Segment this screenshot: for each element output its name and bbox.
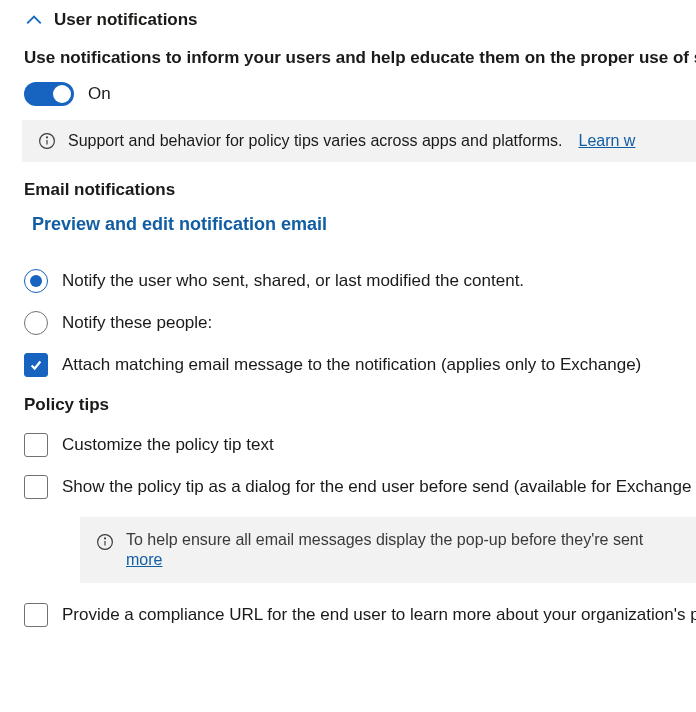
learn-more-link[interactable]: Learn w — [578, 132, 635, 150]
attach-message-label: Attach matching email message to the not… — [62, 355, 641, 375]
section-title: User notifications — [54, 10, 198, 30]
show-dialog-checkbox[interactable] — [24, 475, 48, 499]
svg-point-2 — [47, 137, 48, 138]
notify-sender-radio[interactable] — [24, 269, 48, 293]
compliance-url-checkbox[interactable] — [24, 603, 48, 627]
customize-tip-label: Customize the policy tip text — [62, 435, 274, 455]
email-notifications-heading: Email notifications — [24, 180, 696, 200]
preview-edit-link[interactable]: Preview and edit notification email — [32, 214, 327, 235]
dialog-info-learn-more-link[interactable]: more — [126, 551, 162, 569]
notify-people-radio[interactable] — [24, 311, 48, 335]
section-subtitle: Use notifications to inform your users a… — [24, 48, 696, 68]
policy-tips-heading: Policy tips — [24, 395, 696, 415]
dialog-info-bar: To help ensure all email messages displa… — [80, 517, 696, 583]
section-header[interactable]: User notifications — [24, 10, 696, 30]
notifications-toggle[interactable] — [24, 82, 74, 106]
policy-tips-info-bar: Support and behavior for policy tips var… — [22, 120, 696, 162]
customize-tip-checkbox[interactable] — [24, 433, 48, 457]
info-icon — [38, 132, 56, 150]
dialog-info-text: To help ensure all email messages displa… — [126, 531, 643, 549]
info-icon — [96, 533, 114, 551]
info-text: Support and behavior for policy tips var… — [68, 132, 562, 150]
notify-people-label: Notify these people: — [62, 313, 212, 333]
chevron-up-icon — [24, 10, 44, 30]
svg-point-5 — [105, 538, 106, 539]
show-dialog-label: Show the policy tip as a dialog for the … — [62, 477, 696, 497]
notify-sender-label: Notify the user who sent, shared, or las… — [62, 271, 524, 291]
toggle-label: On — [88, 84, 111, 104]
compliance-url-label: Provide a compliance URL for the end use… — [62, 605, 696, 625]
attach-message-checkbox[interactable] — [24, 353, 48, 377]
